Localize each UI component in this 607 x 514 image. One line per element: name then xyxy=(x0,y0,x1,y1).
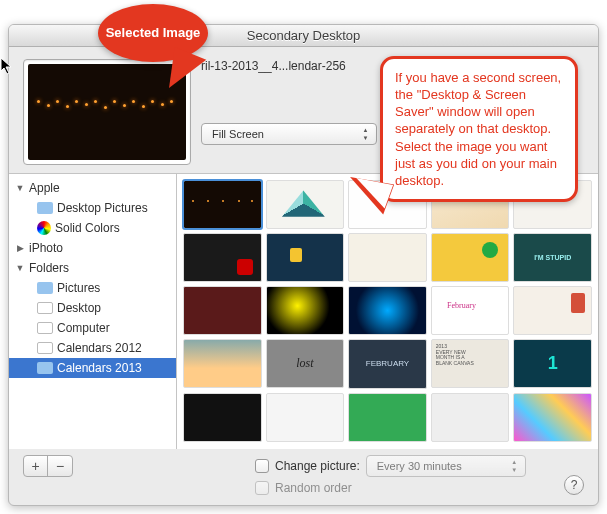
remove-folder-button[interactable]: − xyxy=(48,456,72,476)
colorwheel-icon xyxy=(37,221,51,235)
fit-mode-label: Fill Screen xyxy=(212,128,264,140)
thumb[interactable] xyxy=(513,393,592,442)
thumb[interactable] xyxy=(431,233,510,282)
disclosure-down-icon: ▼ xyxy=(15,263,25,273)
source-sidebar[interactable]: ▼Apple Desktop Pictures Solid Colors ▶iP… xyxy=(9,174,177,449)
thumb[interactable]: FEBRUARY xyxy=(348,339,427,388)
help-button[interactable]: ? xyxy=(564,475,584,495)
thumb[interactable] xyxy=(183,393,262,442)
disclosure-down-icon: ▼ xyxy=(15,183,25,193)
thumb[interactable] xyxy=(348,286,427,335)
thumb[interactable]: lost xyxy=(266,339,345,388)
sidebar-group-iphoto[interactable]: ▶iPhoto xyxy=(9,238,176,258)
interval-label: Every 30 minutes xyxy=(377,460,462,472)
thumb[interactable] xyxy=(183,339,262,388)
prefs-window: Secondary Desktop ril-13-2013__4...lenda… xyxy=(8,24,599,506)
stepper-icon: ▲▼ xyxy=(358,126,373,142)
sidebar-group-folders[interactable]: ▼Folders xyxy=(9,258,176,278)
interval-select[interactable]: Every 30 minutes ▲▼ xyxy=(366,455,526,477)
folder-icon xyxy=(37,202,53,214)
folder-icon xyxy=(37,282,53,294)
current-wallpaper-preview xyxy=(23,59,191,165)
fit-mode-select[interactable]: Fill Screen ▲▼ xyxy=(201,123,377,145)
thumb[interactable] xyxy=(513,180,592,229)
window-title: Secondary Desktop xyxy=(9,25,598,47)
current-filename: ril-13-2013__4...lendar-256 xyxy=(201,59,584,73)
folder-icon xyxy=(37,362,53,374)
disclosure-right-icon: ▶ xyxy=(15,243,25,253)
thumb[interactable] xyxy=(431,393,510,442)
thumb[interactable] xyxy=(348,393,427,442)
folder-icon xyxy=(37,342,53,354)
thumb[interactable]: I'M STUPID xyxy=(513,233,592,282)
folder-icon xyxy=(37,302,53,314)
stepper-icon: ▲▼ xyxy=(507,458,522,474)
add-folder-button[interactable]: + xyxy=(24,456,48,476)
sidebar-item-desktop-pictures[interactable]: Desktop Pictures xyxy=(9,198,176,218)
thumb-selected[interactable] xyxy=(183,180,262,229)
add-remove-buttons: + − xyxy=(23,455,73,477)
thumb[interactable] xyxy=(266,180,345,229)
sidebar-item-computer[interactable]: Computer xyxy=(9,318,176,338)
random-order-checkbox[interactable] xyxy=(255,481,269,495)
sidebar-item-solid-colors[interactable]: Solid Colors xyxy=(9,218,176,238)
change-picture-label: Change picture: xyxy=(275,459,360,473)
sidebar-item-desktop[interactable]: Desktop xyxy=(9,298,176,318)
sidebar-item-calendars-2012[interactable]: Calendars 2012 xyxy=(9,338,176,358)
thumb[interactable] xyxy=(348,233,427,282)
thumb[interactable] xyxy=(183,286,262,335)
thumb[interactable]: February xyxy=(431,286,510,335)
thumb[interactable] xyxy=(266,286,345,335)
thumb[interactable] xyxy=(431,180,510,229)
thumb[interactable]: 1 xyxy=(513,339,592,388)
thumb[interactable] xyxy=(266,393,345,442)
thumb[interactable]: 2013EVERY NEWMONTH IS ABLANK CANVAS xyxy=(431,339,510,388)
thumb[interactable] xyxy=(348,180,427,229)
sidebar-group-apple[interactable]: ▼Apple xyxy=(9,178,176,198)
folder-icon xyxy=(37,322,53,334)
thumb[interactable] xyxy=(183,233,262,282)
thumb[interactable] xyxy=(513,286,592,335)
sidebar-item-calendars-2013[interactable]: Calendars 2013 xyxy=(9,358,176,378)
wallpaper-gallery[interactable]: I'M STUPID February lost FEBRUARY 2013EV… xyxy=(177,174,598,449)
random-order-label: Random order xyxy=(275,481,352,495)
change-picture-checkbox[interactable] xyxy=(255,459,269,473)
thumb[interactable] xyxy=(266,233,345,282)
sidebar-item-pictures[interactable]: Pictures xyxy=(9,278,176,298)
